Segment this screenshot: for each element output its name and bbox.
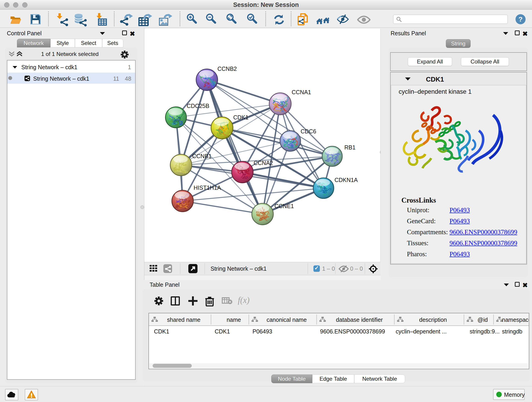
svg-text:CCNB1: CCNB1 [192, 153, 212, 159]
svg-text:RB1: RB1 [344, 144, 355, 151]
svg-text:CDK1: CDK1 [233, 114, 249, 121]
svg-text:CDC25B: CDC25B [187, 103, 209, 109]
svg-text:CDKN1A: CDKN1A [335, 177, 358, 183]
svg-text:CCNA1: CCNA1 [292, 89, 311, 95]
svg-text:HIST1H1A: HIST1H1A [194, 185, 221, 191]
svg-text:CCNA2: CCNA2 [254, 160, 273, 166]
svg-text:CCNB2: CCNB2 [217, 65, 237, 72]
svg-text:CDC6: CDC6 [301, 128, 316, 134]
svg-text:CCNE1: CCNE1 [274, 203, 294, 209]
